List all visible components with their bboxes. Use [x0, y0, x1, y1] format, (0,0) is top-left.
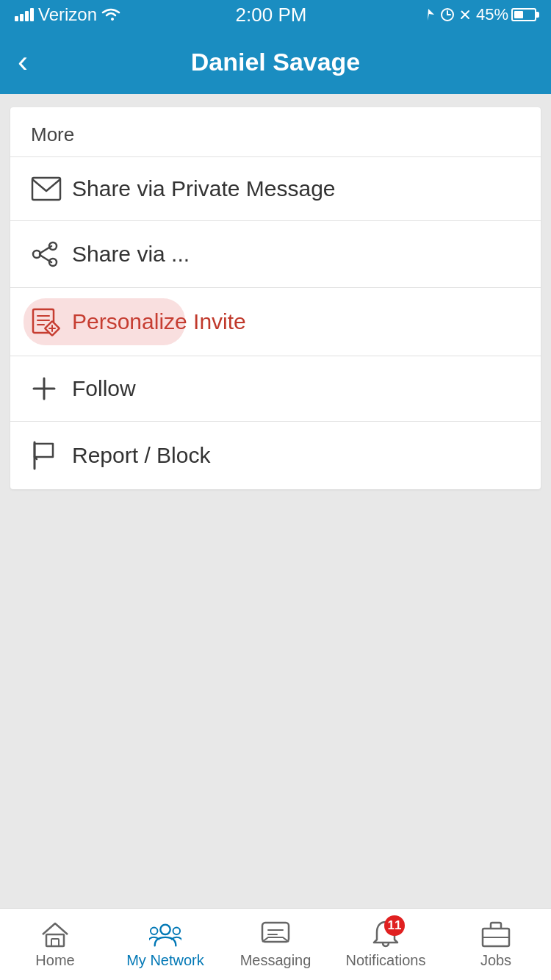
carrier-label: Verizon	[38, 4, 97, 25]
bluetooth-icon	[460, 8, 470, 21]
messaging-nav-label: Messaging	[240, 952, 311, 969]
network-icon	[149, 920, 181, 949]
svg-marker-0	[428, 9, 434, 21]
battery-icon	[511, 8, 536, 21]
signal-icon	[15, 8, 34, 21]
menu-item-report-block[interactable]: Report / Block	[10, 421, 541, 489]
bottom-navigation: Home My Network	[0, 908, 551, 980]
home-nav-label: Home	[35, 952, 74, 969]
notification-badge: 11	[384, 915, 405, 936]
status-bar: Verizon 2:00 PM 45%	[0, 0, 551, 29]
share-via-label: Share via ...	[72, 242, 190, 267]
svg-point-22	[151, 927, 158, 934]
status-left: Verizon	[15, 4, 120, 25]
svg-rect-4	[32, 178, 60, 200]
menu-item-share-via[interactable]: Share via ...	[10, 220, 541, 287]
messaging-icon	[259, 920, 292, 949]
jobs-icon	[480, 920, 512, 949]
wifi-icon	[101, 7, 120, 22]
share-private-label: Share via Private Message	[72, 176, 336, 201]
menu-card: More Share via Private Message Share via…	[10, 107, 541, 489]
flag-icon	[31, 441, 72, 470]
highlight-overlay	[24, 298, 185, 345]
menu-item-follow[interactable]: Follow	[10, 356, 541, 421]
share-icon	[31, 240, 72, 268]
report-block-label: Report / Block	[72, 443, 210, 468]
svg-point-23	[173, 927, 181, 934]
svg-point-21	[160, 925, 170, 934]
nav-item-jobs[interactable]: Jobs	[441, 909, 551, 980]
svg-rect-19	[46, 934, 64, 946]
nav-item-notifications[interactable]: 11 Notifications	[331, 909, 441, 980]
nav-item-messaging[interactable]: Messaging	[220, 909, 331, 980]
battery-indicator: 45%	[476, 5, 536, 24]
menu-section-label: More	[10, 107, 541, 156]
follow-label: Follow	[72, 376, 136, 401]
back-button[interactable]: ‹	[12, 40, 34, 83]
plus-icon	[31, 375, 72, 402]
location-icon	[422, 8, 435, 21]
svg-rect-20	[51, 939, 59, 946]
nav-item-home[interactable]: Home	[0, 909, 110, 980]
home-icon	[39, 920, 71, 949]
clock-icon	[441, 8, 454, 21]
envelope-icon	[31, 176, 72, 201]
menu-item-share-private[interactable]: Share via Private Message	[10, 156, 541, 220]
page-title: Daniel Savage	[191, 48, 361, 76]
my-network-nav-label: My Network	[126, 952, 204, 969]
time-display: 2:00 PM	[236, 4, 307, 26]
menu-item-personalize-invite[interactable]: Personalize Invite	[10, 287, 541, 356]
battery-percent: 45%	[476, 5, 508, 24]
notifications-nav-label: Notifications	[346, 952, 426, 969]
status-right: 45%	[422, 5, 536, 24]
header: ‹ Daniel Savage	[0, 29, 551, 94]
jobs-nav-label: Jobs	[480, 952, 511, 969]
nav-item-my-network[interactable]: My Network	[110, 909, 220, 980]
bell-icon: 11	[370, 920, 402, 949]
